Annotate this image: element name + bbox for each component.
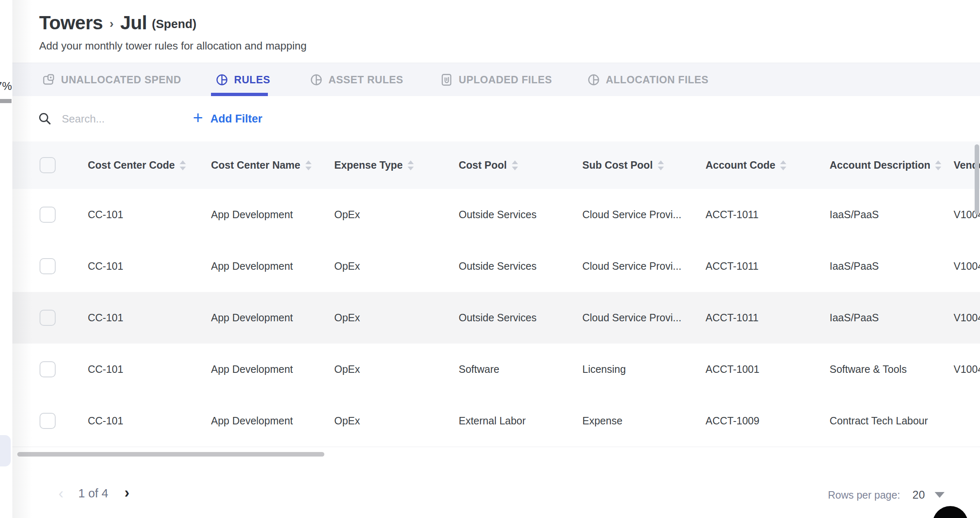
cell-expense-type: OpEx — [334, 209, 459, 221]
table-row[interactable]: CC-101 App Development OpEx Outside Serv… — [12, 189, 980, 241]
rows-per-page: Rows per page: 20 — [828, 482, 945, 508]
table-row[interactable]: CC-101 App Development OpEx Software Lic… — [12, 344, 980, 396]
cell-cost-center-name: App Development — [211, 209, 334, 221]
sidebar-nav-item[interactable] — [0, 435, 11, 466]
cell-cost-pool: Outside Services — [459, 312, 582, 324]
tab-label: RULES — [234, 74, 270, 86]
cell-cost-center-code: CC-101 — [88, 312, 211, 324]
cell-cost-pool: External Labor — [459, 415, 582, 427]
sidebar-percent-label: 7% — [0, 80, 12, 93]
page-indicator: 1 of 4 — [78, 487, 108, 500]
cell-sub-cost-pool: Cloud Service Provi... — [582, 260, 706, 272]
cell-cost-center-name: App Development — [211, 363, 334, 375]
row-checkbox[interactable] — [40, 258, 56, 274]
table-row[interactable]: CC-101 App Development OpEx External Lab… — [12, 395, 980, 447]
sort-icon[interactable] — [512, 160, 518, 170]
cell-expense-type: OpEx — [334, 363, 459, 375]
cell-account-description: IaaS/PaaS — [830, 260, 954, 272]
cell-expense-type: OpEx — [334, 260, 459, 272]
sort-icon[interactable] — [180, 160, 186, 170]
table-row[interactable]: CC-101 App Development OpEx Outside Serv… — [12, 240, 980, 292]
cell-sub-cost-pool: Cloud Service Provi... — [582, 312, 706, 324]
cell-account-code: ACCT-1011 — [706, 312, 830, 324]
breadcrumb-current: Jul — [120, 12, 147, 34]
vertical-scrollbar[interactable] — [975, 144, 979, 214]
cell-cost-center-code: CC-101 — [88, 209, 211, 221]
wallet-icon — [42, 73, 55, 86]
cell-account-description: Software & Tools — [830, 363, 954, 375]
column-header-cost-center-name[interactable]: Cost Center Name — [211, 159, 334, 171]
cell-account-description: Contract Tech Labour — [830, 415, 954, 427]
chevron-right-icon: › — [110, 16, 114, 31]
search-icon — [38, 112, 52, 126]
row-checkbox[interactable] — [40, 413, 56, 429]
rows-per-page-label: Rows per page: — [828, 489, 900, 501]
collapsed-sidebar[interactable]: ‹ 7% — [0, 0, 12, 518]
next-page-button[interactable]: › — [124, 484, 129, 502]
table-header-row: Cost Center Code Cost Center Name Expens… — [12, 141, 980, 189]
tab-label: UNALLOCATED SPEND — [61, 74, 181, 86]
add-filter-label: Add Filter — [211, 113, 263, 125]
search-input[interactable] — [61, 112, 186, 126]
sort-icon[interactable] — [658, 160, 664, 170]
sort-icon[interactable] — [408, 160, 414, 170]
column-header-account-description[interactable]: Account Description — [830, 159, 954, 171]
breadcrumb: Towers › Jul (Spend) — [39, 12, 307, 34]
cell-vendor: V1004 — [954, 363, 980, 375]
cell-cost-center-name: App Development — [211, 312, 334, 324]
cell-cost-center-code: CC-101 — [88, 415, 211, 427]
previous-page-button[interactable]: ‹ — [59, 485, 63, 502]
cell-account-code: ACCT-1009 — [706, 415, 830, 427]
pagination-bar: ‹ 1 of 4 › Rows per page: 20 — [12, 482, 980, 508]
tab-allocation-files[interactable]: ALLOCATION FILES — [587, 63, 708, 97]
breadcrumb-root[interactable]: Towers — [39, 12, 103, 34]
pie-chart-icon — [216, 73, 228, 86]
row-checkbox[interactable] — [40, 361, 56, 377]
file-attachment-icon — [440, 73, 453, 86]
tab-uploaded-files[interactable]: UPLOADED FILES — [440, 63, 552, 97]
column-header-cost-pool[interactable]: Cost Pool — [459, 159, 582, 171]
cell-account-code: ACCT-1001 — [706, 363, 830, 375]
cell-account-code: ACCT-1011 — [706, 260, 830, 272]
sort-icon[interactable] — [305, 160, 312, 170]
tab-unallocated-spend[interactable]: UNALLOCATED SPEND — [42, 63, 181, 97]
tab-label: ALLOCATION FILES — [606, 74, 708, 86]
add-filter-button[interactable]: + Add Filter — [193, 96, 263, 141]
row-checkbox[interactable] — [40, 310, 56, 326]
breadcrumb-suffix: (Spend) — [152, 17, 197, 31]
tab-asset-rules[interactable]: ASSET RULES — [310, 63, 403, 97]
tab-label: UPLOADED FILES — [459, 74, 552, 86]
towers-spend-page: Towers › Jul (Spend) Add your monthly to… — [0, 0, 980, 518]
column-header-sub-cost-pool[interactable]: Sub Cost Pool — [582, 159, 706, 171]
sort-icon[interactable] — [780, 160, 786, 170]
sort-icon[interactable] — [935, 160, 941, 170]
tab-label: ASSET RULES — [328, 74, 403, 86]
cell-account-description: IaaS/PaaS — [830, 209, 954, 221]
row-checkbox[interactable] — [40, 207, 56, 223]
cell-account-description: IaaS/PaaS — [830, 312, 954, 324]
cell-vendor: V1004 — [954, 260, 980, 272]
tab-rules[interactable]: RULES — [216, 63, 270, 97]
cell-cost-pool: Software — [459, 363, 582, 375]
cell-sub-cost-pool: Expense — [582, 415, 706, 427]
pie-chart-icon — [587, 73, 600, 86]
column-header-account-code[interactable]: Account Code — [706, 159, 830, 171]
column-header-cost-center-code[interactable]: Cost Center Code — [88, 159, 211, 171]
chevron-down-icon[interactable] — [935, 492, 945, 498]
rows-per-page-value[interactable]: 20 — [912, 489, 925, 502]
cell-expense-type: OpEx — [334, 312, 459, 324]
cell-cost-pool: Outside Services — [459, 209, 582, 221]
page-subtitle: Add your monthly tower rules for allocat… — [39, 40, 307, 52]
pie-chart-icon — [310, 73, 323, 86]
cell-sub-cost-pool: Licensing — [582, 363, 706, 375]
sidebar-progress-bar — [0, 99, 12, 103]
page-header: Towers › Jul (Spend) Add your monthly to… — [39, 12, 307, 52]
table-row[interactable]: CC-101 App Development OpEx Outside Serv… — [12, 292, 980, 344]
horizontal-scrollbar[interactable] — [17, 452, 324, 457]
select-all-checkbox[interactable] — [40, 157, 56, 173]
table-toolbar: + Add Filter — [12, 96, 980, 141]
plus-icon: + — [193, 109, 203, 127]
cell-cost-center-name: App Development — [211, 260, 334, 272]
cell-sub-cost-pool: Cloud Service Provi... — [582, 209, 706, 221]
column-header-expense-type[interactable]: Expense Type — [334, 159, 459, 171]
